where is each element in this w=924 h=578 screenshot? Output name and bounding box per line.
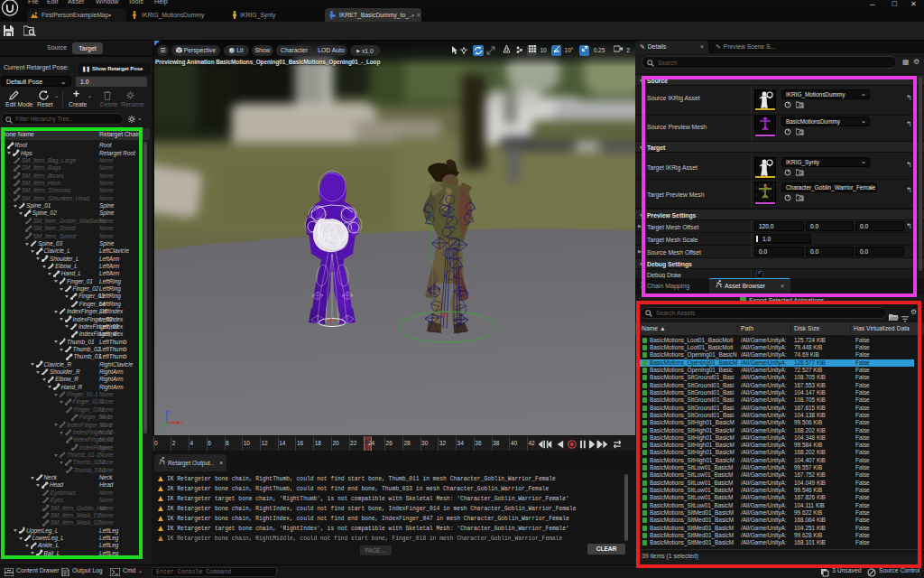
svg-text:z: z	[169, 409, 171, 415]
svg-text:y: y	[160, 424, 162, 430]
svg-text:x: x	[181, 420, 184, 425]
